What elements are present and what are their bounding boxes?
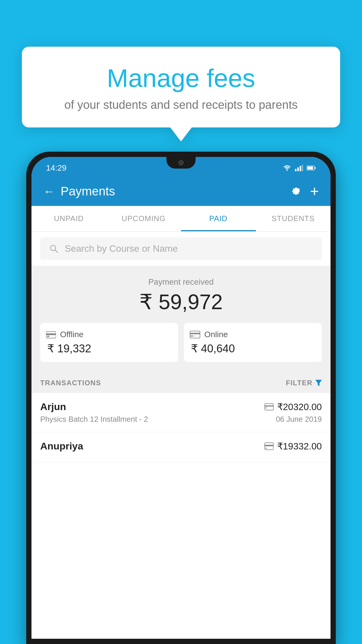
search-icon: [49, 244, 59, 254]
svg-marker-16: [315, 380, 322, 386]
status-icons: [283, 165, 316, 171]
app-bar-left: ← Payments: [43, 184, 115, 198]
transaction-amount-right: ₹20320.00: [264, 401, 322, 412]
svg-rect-0: [295, 169, 296, 171]
svg-rect-5: [307, 167, 313, 169]
add-button[interactable]: +: [310, 183, 319, 200]
transaction-name: Arjun: [40, 401, 66, 412]
app-bar-title: Payments: [61, 184, 115, 198]
transactions-label: TRANSACTIONS: [40, 379, 101, 387]
search-placeholder-text: Search by Course or Name: [65, 243, 178, 254]
camera-notch: [178, 160, 184, 165]
svg-rect-22: [265, 448, 267, 449]
transaction-name: Anupriya: [40, 440, 83, 452]
svg-text:₹: ₹: [268, 444, 270, 447]
bubble-title: Manage fees: [36, 64, 326, 92]
svg-line-8: [55, 250, 58, 253]
online-payment-icon: [190, 331, 200, 338]
offline-payment-card: Offline ₹ 19,332: [40, 323, 178, 362]
offline-amount: ₹ 19,332: [46, 342, 91, 355]
phone-frame: 14:29: [26, 152, 336, 644]
payment-received-label: Payment received: [40, 277, 322, 287]
online-mode-icon: [264, 403, 274, 410]
offline-label: Offline: [60, 330, 83, 339]
payment-summary: Payment received ₹ 59,972 Offline: [31, 266, 331, 371]
offline-card-header: Offline: [46, 330, 83, 339]
transaction-row-top: Arjun ₹20320.00: [40, 401, 322, 412]
online-card-header: Online: [190, 330, 228, 339]
online-label: Online: [204, 330, 228, 339]
svg-rect-12: [190, 331, 200, 338]
search-container: Search by Course or Name: [31, 232, 331, 266]
filter-icon: [315, 380, 322, 386]
online-payment-card: Online ₹ 40,640: [184, 323, 322, 362]
offline-payment-icon: [46, 330, 56, 339]
tab-students[interactable]: STUDENTS: [256, 206, 331, 231]
gear-icon[interactable]: [289, 185, 301, 197]
tab-upcoming[interactable]: UPCOMING: [106, 206, 181, 231]
svg-rect-6: [315, 167, 316, 169]
battery-icon: [307, 165, 316, 171]
online-amount: ₹ 40,640: [190, 342, 235, 355]
notch: [166, 157, 196, 169]
filter-label: FILTER: [286, 379, 312, 387]
wifi-icon: [283, 165, 291, 171]
status-bar: 14:29: [31, 157, 331, 177]
svg-rect-1: [297, 167, 299, 171]
app-bar-right: +: [289, 183, 319, 200]
status-time: 14:29: [46, 163, 66, 173]
svg-rect-19: [265, 407, 267, 408]
tabs-bar: UNPAID UPCOMING PAID STUDENTS: [31, 206, 331, 232]
transaction-amount-right: ₹ ₹19332.00: [264, 441, 322, 452]
svg-rect-18: [265, 405, 273, 407]
table-row[interactable]: Anupriya ₹ ₹19332.00: [31, 432, 331, 463]
transaction-list: Arjun ₹20320.00 Physics Batch 12 Install…: [31, 393, 331, 639]
svg-rect-15: [194, 335, 195, 337]
tab-paid[interactable]: PAID: [181, 206, 256, 231]
transaction-amount: ₹19332.00: [277, 441, 322, 452]
table-row[interactable]: Arjun ₹20320.00 Physics Batch 12 Install…: [31, 393, 331, 432]
search-bar[interactable]: Search by Course or Name: [40, 237, 322, 260]
payment-cards: Offline ₹ 19,332: [40, 323, 322, 362]
app-bar: ← Payments +: [31, 177, 331, 206]
svg-rect-3: [302, 165, 303, 171]
svg-rect-11: [47, 336, 49, 337]
content-area: Search by Course or Name Payment receive…: [31, 232, 331, 639]
bubble-subtitle: of your students and send receipts to pa…: [36, 98, 326, 111]
signal-icon: [295, 165, 303, 171]
transaction-row-bottom: Physics Batch 12 Installment - 2 06 June…: [40, 415, 322, 424]
transaction-row-top: Anupriya ₹ ₹19332.00: [40, 440, 322, 452]
svg-rect-17: [265, 404, 273, 410]
offline-mode-icon: ₹: [264, 442, 274, 450]
transaction-amount: ₹20320.00: [277, 401, 322, 412]
payment-total-amount: ₹ 59,972: [40, 290, 322, 314]
transaction-course: Physics Batch 12 Installment - 2: [40, 415, 148, 424]
transaction-date: 06 June 2019: [276, 415, 322, 424]
svg-rect-2: [300, 166, 301, 171]
phone-screen: 14:29: [31, 157, 331, 639]
tab-unpaid[interactable]: UNPAID: [31, 206, 106, 231]
svg-rect-14: [191, 335, 193, 337]
transactions-header: TRANSACTIONS FILTER: [31, 371, 331, 393]
svg-rect-13: [190, 333, 200, 334]
svg-rect-10: [46, 333, 56, 335]
back-button[interactable]: ←: [43, 185, 55, 198]
filter-button[interactable]: FILTER: [286, 379, 322, 387]
speech-bubble-card: Manage fees of your students and send re…: [22, 47, 340, 127]
